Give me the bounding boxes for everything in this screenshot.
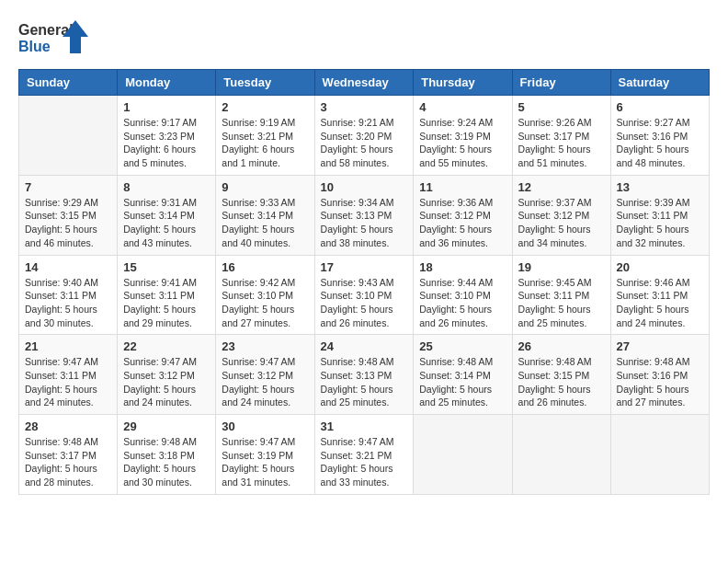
day-info: Sunrise: 9:26 AM Sunset: 3:17 PM Dayligh… [518, 116, 605, 170]
calendar-cell: 1Sunrise: 9:17 AM Sunset: 3:23 PM Daylig… [118, 96, 216, 176]
day-number: 5 [518, 100, 605, 114]
calendar-cell: 25Sunrise: 9:48 AM Sunset: 3:14 PM Dayli… [414, 335, 512, 415]
day-info: Sunrise: 9:48 AM Sunset: 3:17 PM Dayligh… [25, 435, 111, 489]
calendar-cell: 23Sunrise: 9:47 AM Sunset: 3:12 PM Dayli… [216, 335, 314, 415]
calendar-cell: 15Sunrise: 9:41 AM Sunset: 3:11 PM Dayli… [118, 255, 216, 335]
day-number: 31 [321, 419, 408, 433]
week-row: 14Sunrise: 9:40 AM Sunset: 3:11 PM Dayli… [19, 255, 710, 335]
calendar-cell: 20Sunrise: 9:46 AM Sunset: 3:11 PM Dayli… [610, 255, 709, 335]
day-number: 23 [222, 339, 308, 353]
weekday-header: Saturday [610, 70, 709, 96]
calendar-cell: 6Sunrise: 9:27 AM Sunset: 3:16 PM Daylig… [610, 96, 709, 176]
calendar-cell: 31Sunrise: 9:47 AM Sunset: 3:21 PM Dayli… [314, 415, 414, 495]
calendar-cell: 2Sunrise: 9:19 AM Sunset: 3:21 PM Daylig… [216, 96, 314, 176]
day-number: 16 [222, 260, 308, 274]
day-info: Sunrise: 9:24 AM Sunset: 3:19 PM Dayligh… [419, 116, 506, 170]
week-row: 7Sunrise: 9:29 AM Sunset: 3:15 PM Daylig… [19, 175, 710, 255]
day-info: Sunrise: 9:48 AM Sunset: 3:14 PM Dayligh… [419, 355, 506, 409]
calendar-cell: 24Sunrise: 9:48 AM Sunset: 3:13 PM Dayli… [314, 335, 414, 415]
day-number: 17 [321, 260, 408, 274]
day-info: Sunrise: 9:37 AM Sunset: 3:12 PM Dayligh… [518, 196, 605, 250]
day-info: Sunrise: 9:17 AM Sunset: 3:23 PM Dayligh… [123, 116, 210, 170]
calendar-cell [610, 415, 709, 495]
day-number: 29 [123, 419, 210, 433]
calendar-cell: 18Sunrise: 9:44 AM Sunset: 3:10 PM Dayli… [414, 255, 512, 335]
day-info: Sunrise: 9:48 AM Sunset: 3:15 PM Dayligh… [518, 355, 605, 409]
day-number: 7 [25, 180, 111, 194]
day-info: Sunrise: 9:47 AM Sunset: 3:12 PM Dayligh… [123, 355, 210, 409]
day-info: Sunrise: 9:46 AM Sunset: 3:11 PM Dayligh… [617, 276, 703, 330]
day-info: Sunrise: 9:48 AM Sunset: 3:16 PM Dayligh… [617, 355, 703, 409]
day-info: Sunrise: 9:19 AM Sunset: 3:21 PM Dayligh… [222, 116, 308, 170]
calendar-cell: 7Sunrise: 9:29 AM Sunset: 3:15 PM Daylig… [19, 175, 118, 255]
calendar-cell: 11Sunrise: 9:36 AM Sunset: 3:12 PM Dayli… [414, 175, 512, 255]
day-number: 27 [617, 339, 703, 353]
calendar-cell: 16Sunrise: 9:42 AM Sunset: 3:10 PM Dayli… [216, 255, 314, 335]
day-number: 1 [123, 100, 210, 114]
day-number: 10 [321, 180, 408, 194]
day-info: Sunrise: 9:43 AM Sunset: 3:10 PM Dayligh… [321, 276, 408, 330]
weekday-header: Monday [118, 70, 216, 96]
day-number: 19 [518, 260, 605, 274]
day-info: Sunrise: 9:39 AM Sunset: 3:11 PM Dayligh… [617, 196, 703, 250]
day-info: Sunrise: 9:47 AM Sunset: 3:19 PM Dayligh… [222, 435, 308, 489]
day-number: 20 [617, 260, 703, 274]
day-info: Sunrise: 9:48 AM Sunset: 3:13 PM Dayligh… [321, 355, 408, 409]
calendar-cell: 4Sunrise: 9:24 AM Sunset: 3:19 PM Daylig… [414, 96, 512, 176]
day-number: 21 [25, 339, 111, 353]
calendar-cell [414, 415, 512, 495]
calendar-cell: 9Sunrise: 9:33 AM Sunset: 3:14 PM Daylig… [216, 175, 314, 255]
calendar-cell: 14Sunrise: 9:40 AM Sunset: 3:11 PM Dayli… [19, 255, 118, 335]
week-row: 28Sunrise: 9:48 AM Sunset: 3:17 PM Dayli… [19, 415, 710, 495]
day-number: 15 [123, 260, 210, 274]
calendar-cell: 21Sunrise: 9:47 AM Sunset: 3:11 PM Dayli… [19, 335, 118, 415]
weekday-header: Friday [512, 70, 610, 96]
day-number: 14 [25, 260, 111, 274]
calendar-cell [19, 96, 118, 176]
calendar-cell: 29Sunrise: 9:48 AM Sunset: 3:18 PM Dayli… [118, 415, 216, 495]
day-number: 25 [419, 339, 506, 353]
day-number: 28 [25, 419, 111, 433]
day-info: Sunrise: 9:21 AM Sunset: 3:20 PM Dayligh… [321, 116, 408, 170]
calendar-cell: 19Sunrise: 9:45 AM Sunset: 3:11 PM Dayli… [512, 255, 610, 335]
logo-icon: GeneralBlue [18, 18, 92, 60]
day-number: 9 [222, 180, 308, 194]
page-header: GeneralBlue [18, 18, 710, 60]
day-info: Sunrise: 9:27 AM Sunset: 3:16 PM Dayligh… [617, 116, 703, 170]
calendar-cell: 27Sunrise: 9:48 AM Sunset: 3:16 PM Dayli… [610, 335, 709, 415]
day-number: 12 [518, 180, 605, 194]
calendar-cell: 22Sunrise: 9:47 AM Sunset: 3:12 PM Dayli… [118, 335, 216, 415]
calendar-cell: 8Sunrise: 9:31 AM Sunset: 3:14 PM Daylig… [118, 175, 216, 255]
calendar-cell: 17Sunrise: 9:43 AM Sunset: 3:10 PM Dayli… [314, 255, 414, 335]
day-number: 6 [617, 100, 703, 114]
calendar-cell: 5Sunrise: 9:26 AM Sunset: 3:17 PM Daylig… [512, 96, 610, 176]
calendar-cell: 3Sunrise: 9:21 AM Sunset: 3:20 PM Daylig… [314, 96, 414, 176]
day-number: 30 [222, 419, 308, 433]
day-number: 26 [518, 339, 605, 353]
day-number: 22 [123, 339, 210, 353]
day-number: 11 [419, 180, 506, 194]
day-info: Sunrise: 9:33 AM Sunset: 3:14 PM Dayligh… [222, 196, 308, 250]
calendar-cell: 12Sunrise: 9:37 AM Sunset: 3:12 PM Dayli… [512, 175, 610, 255]
day-number: 18 [419, 260, 506, 274]
day-info: Sunrise: 9:36 AM Sunset: 3:12 PM Dayligh… [419, 196, 506, 250]
calendar-cell [512, 415, 610, 495]
day-info: Sunrise: 9:29 AM Sunset: 3:15 PM Dayligh… [25, 196, 111, 250]
calendar-cell: 10Sunrise: 9:34 AM Sunset: 3:13 PM Dayli… [314, 175, 414, 255]
week-row: 21Sunrise: 9:47 AM Sunset: 3:11 PM Dayli… [19, 335, 710, 415]
logo: GeneralBlue [18, 18, 92, 60]
week-row: 1Sunrise: 9:17 AM Sunset: 3:23 PM Daylig… [19, 96, 710, 176]
day-info: Sunrise: 9:42 AM Sunset: 3:10 PM Dayligh… [222, 276, 308, 330]
day-info: Sunrise: 9:31 AM Sunset: 3:14 PM Dayligh… [123, 196, 210, 250]
calendar-cell: 28Sunrise: 9:48 AM Sunset: 3:17 PM Dayli… [19, 415, 118, 495]
day-number: 2 [222, 100, 308, 114]
day-number: 24 [321, 339, 408, 353]
day-info: Sunrise: 9:48 AM Sunset: 3:18 PM Dayligh… [123, 435, 210, 489]
svg-text:Blue: Blue [18, 39, 51, 54]
day-info: Sunrise: 9:41 AM Sunset: 3:11 PM Dayligh… [123, 276, 210, 330]
calendar-cell: 30Sunrise: 9:47 AM Sunset: 3:19 PM Dayli… [216, 415, 314, 495]
weekday-header: Sunday [19, 70, 118, 96]
day-number: 8 [123, 180, 210, 194]
day-info: Sunrise: 9:47 AM Sunset: 3:21 PM Dayligh… [321, 435, 408, 489]
day-number: 3 [321, 100, 408, 114]
